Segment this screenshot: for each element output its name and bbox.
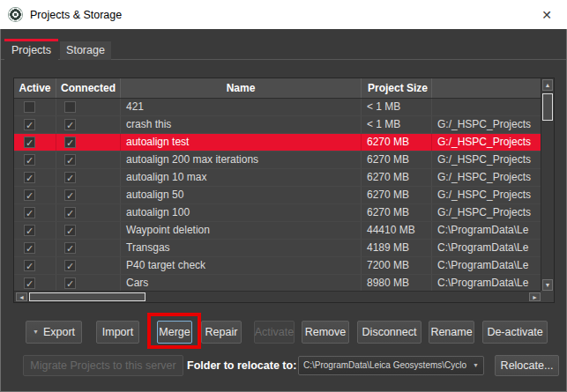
check-icon: ✓ xyxy=(65,155,75,166)
projects-storage-dialog: Projects & Storage ✕ Projects Storage Ac… xyxy=(0,0,567,392)
table-row[interactable]: ✓ ✓ autoalign 10 max 6270 MB G:/_HSPC_Pr… xyxy=(14,169,541,187)
project-path-cell: G:/_HSPC_Projects xyxy=(432,187,541,203)
vertical-scrollbar-thumb[interactable] xyxy=(542,93,553,121)
scrollbar-corner xyxy=(541,291,554,302)
vertical-scrollbar[interactable]: ▲ ▼ xyxy=(541,78,554,292)
column-header-path[interactable] xyxy=(432,78,541,98)
column-header-active[interactable]: Active xyxy=(14,78,56,98)
disconnect-button[interactable]: Disconnect xyxy=(357,321,422,344)
scroll-up-icon[interactable]: ▲ xyxy=(542,79,553,91)
connected-checkbox[interactable]: ✓ xyxy=(64,260,76,271)
active-checkbox[interactable]: ✓ xyxy=(24,154,35,166)
check-icon: ✓ xyxy=(25,278,34,289)
connected-checkbox[interactable]: ✓ xyxy=(64,137,76,148)
window-title: Projects & Storage xyxy=(30,9,122,21)
connected-cell: ✓ xyxy=(56,134,121,151)
connected-checkbox[interactable]: ✓ xyxy=(64,172,76,183)
folder-combobox[interactable]: C:\ProgramData\Leica Geosystems\Cyclo ▼ xyxy=(298,356,484,375)
tab-projects[interactable]: Projects xyxy=(4,41,58,62)
table-row[interactable]: ✓ ✓ Waypoint deletion 44410 MB C:\Progra… xyxy=(14,222,541,240)
project-path-cell: C:\ProgramData\Le xyxy=(432,240,541,256)
merge-button[interactable]: Merge xyxy=(157,321,192,344)
active-checkbox[interactable]: ✓ xyxy=(24,101,35,113)
active-checkbox[interactable]: ✓ xyxy=(24,242,35,254)
table-row[interactable]: ✓ ✓ Cars 8980 MB C:\ProgramData\Le xyxy=(14,275,541,292)
connected-cell: ✓ xyxy=(56,204,121,221)
project-size-cell: 6270 MB xyxy=(362,187,432,203)
project-name-cell: autoalign 100 xyxy=(121,204,362,221)
repair-button[interactable]: Repair xyxy=(201,321,242,344)
export-button[interactable]: ▼ Export xyxy=(26,321,82,344)
table-row[interactable]: ✓ ✓ autoalign test 6270 MB G:/_HSPC_Proj… xyxy=(14,134,541,152)
project-path-cell: G:/_HSPC_Projects xyxy=(432,204,541,221)
table-row[interactable]: ✓ ✓ autoalign 50 6270 MB G:/_HSPC_Projec… xyxy=(14,187,541,204)
active-cell: ✓ xyxy=(14,275,56,292)
column-header-name[interactable]: Name xyxy=(121,78,362,98)
active-checkbox[interactable]: ✓ xyxy=(24,119,35,130)
close-icon[interactable]: ✕ xyxy=(538,6,556,24)
active-checkbox[interactable]: ✓ xyxy=(24,260,35,271)
connected-checkbox[interactable]: ✓ xyxy=(64,119,76,130)
check-icon: ✓ xyxy=(25,137,34,148)
column-header-project-size[interactable]: Project Size xyxy=(362,78,432,98)
check-icon: ✓ xyxy=(25,155,34,166)
connected-checkbox[interactable]: ✓ xyxy=(64,207,76,218)
connected-checkbox[interactable]: ✓ xyxy=(64,154,76,166)
deactivate-button[interactable]: De-activate xyxy=(482,321,548,344)
check-icon: ✓ xyxy=(65,208,75,218)
table-row[interactable]: ✓ ✓ P40 target check 7200 MB C:\ProgramD… xyxy=(14,257,541,275)
horizontal-scrollbar-thumb[interactable] xyxy=(29,292,145,301)
rename-button[interactable]: Rename xyxy=(429,321,474,344)
project-name-cell: Waypoint deletion xyxy=(121,222,362,239)
scroll-left-icon[interactable]: ◄ xyxy=(16,292,27,301)
active-cell: ✓ xyxy=(14,99,56,115)
table-row[interactable]: ✓ ✓ crash this < 1 MB G:/_HSPC_Projects xyxy=(14,116,541,134)
connected-checkbox[interactable]: ✓ xyxy=(64,101,76,113)
active-cell: ✓ xyxy=(14,152,56,168)
active-checkbox[interactable]: ✓ xyxy=(24,225,35,236)
project-size-cell: 6270 MB xyxy=(362,204,432,221)
horizontal-scrollbar[interactable]: ◄ ► xyxy=(14,291,542,302)
check-icon: ✓ xyxy=(25,208,34,218)
project-name-cell: autoalign 50 xyxy=(121,187,362,203)
project-path-cell: G:/_HSPC_Projects xyxy=(432,116,541,133)
table-row[interactable]: ✓ ✓ Transgas 4189 MB C:\ProgramData\Le xyxy=(14,240,541,257)
migrate-projects-button[interactable]: Migrate Projects to this server xyxy=(23,355,183,376)
tab-storage[interactable]: Storage xyxy=(60,41,111,60)
connected-checkbox[interactable]: ✓ xyxy=(64,189,76,201)
table-row[interactable]: ✓ ✓ autoalign 100 6270 MB G:/_HSPC_Proje… xyxy=(14,204,541,222)
active-checkbox[interactable]: ✓ xyxy=(24,189,35,201)
connected-checkbox[interactable]: ✓ xyxy=(64,225,76,236)
project-path-cell: C:\ProgramData\Le xyxy=(432,257,541,274)
connected-cell: ✓ xyxy=(56,169,121,186)
project-name-cell: 421 xyxy=(121,99,362,115)
active-checkbox[interactable]: ✓ xyxy=(24,172,35,183)
project-path-cell: C:\ProgramData\Le xyxy=(432,275,541,292)
active-checkbox[interactable]: ✓ xyxy=(24,207,35,218)
project-path-cell: G:/_HSPC_Projects xyxy=(432,134,541,151)
relocate-button[interactable]: Relocate... xyxy=(495,355,559,376)
scroll-down-icon[interactable]: ▼ xyxy=(542,279,553,291)
active-cell: ✓ xyxy=(14,222,56,239)
activate-button[interactable]: Activate xyxy=(254,321,295,344)
check-icon: ✓ xyxy=(65,226,75,236)
check-icon: ✓ xyxy=(25,243,34,254)
connected-cell: ✓ xyxy=(56,240,121,256)
table-row[interactable]: ✓ ✓ autoalign 200 max iterations 6270 MB… xyxy=(14,152,541,169)
project-size-cell: < 1 MB xyxy=(362,99,432,115)
export-dropdown-icon: ▼ xyxy=(33,322,39,343)
connected-checkbox[interactable]: ✓ xyxy=(64,242,76,254)
active-cell: ✓ xyxy=(14,169,56,186)
import-button[interactable]: Import xyxy=(96,321,139,344)
folder-combobox-value: C:\ProgramData\Leica Geosystems\Cyclo xyxy=(303,357,466,374)
remove-button[interactable]: Remove xyxy=(302,321,349,344)
column-header-connected[interactable]: Connected xyxy=(56,78,121,98)
connected-checkbox[interactable]: ✓ xyxy=(64,277,76,289)
active-checkbox[interactable]: ✓ xyxy=(24,137,35,148)
check-icon: ✓ xyxy=(65,261,75,271)
connected-cell: ✓ xyxy=(56,187,121,203)
active-checkbox[interactable]: ✓ xyxy=(24,277,35,289)
scroll-right-icon[interactable]: ► xyxy=(529,292,541,301)
check-icon: ✓ xyxy=(65,278,75,289)
table-row[interactable]: ✓ ✓ 421 < 1 MB xyxy=(14,99,541,116)
